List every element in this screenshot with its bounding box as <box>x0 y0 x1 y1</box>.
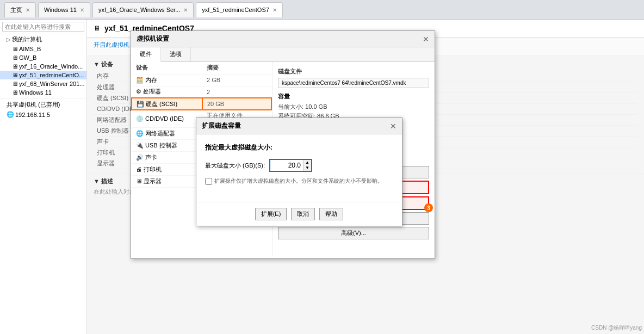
sidebar-item-label: 我的计算机 <box>12 35 42 44</box>
dialog-close-button[interactable]: ✕ <box>423 35 429 44</box>
sidebar-item-yxf68[interactable]: 🖥 yxf_68_WinServer 201... <box>0 79 86 88</box>
summary-cell: 2 <box>202 86 271 98</box>
device-cell: 💿 CD/DVD (IDE) <box>132 110 202 128</box>
max-size-input[interactable]: 20.0 <box>270 160 303 170</box>
sidebar-item-label: Windows 11 <box>19 89 52 96</box>
device-cell: 🖥 显示器 <box>132 176 202 188</box>
vm-icon-header: 🖥 <box>94 24 100 32</box>
vm-icon: 🖥 <box>12 72 18 78</box>
sidebar-item-gw[interactable]: 🖥 GW_B <box>0 53 86 62</box>
sidebar-item-label: 共享虚拟机 (已弃用) <box>7 101 60 109</box>
dialog-tab-bar: 硬件 选项 <box>131 47 435 62</box>
sidebar-item-label: yxf_51_redmineCentO... <box>19 72 84 78</box>
device-cell: 🔌 USB 控制器 <box>132 140 202 152</box>
tab-home[interactable]: 主页 ✕ <box>4 2 36 17</box>
main-content: 🖥 yxf_51_redmineCentOS7 开启此虚拟机 编辑虚拟机设置 升… <box>87 20 644 334</box>
dialog-title: 虚拟机设置 <box>137 34 169 44</box>
sidebar-item-label: yxf_68_WinServer 201... <box>19 81 84 87</box>
expand-note: 扩展操作仅扩增大虚拟磁盘的大小。分区和文件系统的大小不受影响。 <box>205 177 393 185</box>
max-size-label: 最大磁盘大小 (GB)(S): <box>205 162 265 170</box>
sidebar-search-container <box>0 20 86 34</box>
vm-icon: 🖥 <box>12 63 18 70</box>
tab-home-label: 主页 <box>10 6 22 14</box>
expand-note-text: 扩展操作仅扩增大虚拟磁盘的大小。分区和文件系统的大小不受影响。 <box>214 177 383 185</box>
col-device: 设备 <box>132 62 202 74</box>
expand-footer: 扩展(E) 取消 帮助 <box>196 202 402 226</box>
tab-win11-close[interactable]: ✕ <box>80 7 84 13</box>
sidebar-item-yxf16[interactable]: 🖥 yxf_16_Oracle_Windo... <box>0 62 86 71</box>
search-input[interactable] <box>2 22 84 32</box>
expand-dialog-title-bar: 扩展磁盘容量 ✕ <box>196 118 402 134</box>
tab-win11-label: Windows 11 <box>44 7 77 13</box>
vm-settings-title-bar: 虚拟机设置 ✕ <box>131 31 435 47</box>
expand-instruction: 指定最大虚拟磁盘大小: <box>205 143 393 152</box>
expand-dialog-title: 扩展磁盘容量 <box>202 121 241 131</box>
col-summary: 摘要 <box>202 62 271 74</box>
tab-oracle-label: yxf_16_Oracle_Windows Ser... <box>98 7 180 13</box>
expand-disk-dialog: 扩展磁盘容量 ✕ 指定最大虚拟磁盘大小: 最大磁盘大小 (GB)(S): 20.… <box>196 117 403 226</box>
table-row[interactable]: ⚙ 处理器2 <box>132 86 271 98</box>
device-cell: 💾 硬盘 (SCSI) <box>132 98 202 110</box>
max-size-row: 最大磁盘大小 (GB)(S): 20.0 ▲ ▼ <box>205 159 393 172</box>
summary-cell: 20 GB <box>202 98 271 110</box>
sidebar-item-aims[interactable]: 🖥 AIMS_B <box>0 45 86 53</box>
help-button[interactable]: 帮助 <box>319 208 343 220</box>
settings-table-header: 设备 摘要 <box>132 62 271 74</box>
device-cell: 🖨 打印机 <box>132 164 202 176</box>
sidebar-item-label: yxf_16_Oracle_Windo... <box>19 63 83 70</box>
cancel-button[interactable]: 取消 <box>291 208 315 220</box>
device-cell: 🔊 声卡 <box>132 152 202 164</box>
tree-expand-icon: ▷ <box>7 36 11 42</box>
vm-icon: 🖥 <box>12 81 18 87</box>
max-size-input-wrap: 20.0 ▲ ▼ <box>269 159 312 172</box>
sidebar-item-yxf51[interactable]: 🖥 yxf_51_redmineCentO... <box>0 71 86 79</box>
current-size: 当前大小: 10.0 GB <box>278 103 429 111</box>
capacity-title: 容量 <box>278 92 429 101</box>
table-row-disk[interactable]: 💾 硬盘 (SCSI)20 GB <box>132 98 271 110</box>
tab-oracle[interactable]: yxf_16_Oracle_Windows Ser... ✕ <box>92 2 194 17</box>
spin-down-button[interactable]: ▼ <box>304 165 311 171</box>
vm-icon: 🖥 <box>12 46 18 52</box>
sidebar-item-shared[interactable]: 共享虚拟机 (已弃用) <box>0 100 86 110</box>
disk-file-path: kspace\redmineCentos7 64\redmineCentOS7.… <box>278 78 429 88</box>
summary-cell: 2 GB <box>202 74 271 86</box>
tab-win11[interactable]: Windows 11 ✕ <box>38 2 90 17</box>
disk-file-label: 磁盘文件 <box>278 67 429 76</box>
device-cell: ⚙ 处理器 <box>132 86 202 98</box>
device-cell: 🧮 内存 <box>132 74 202 86</box>
browser-chrome: 主页 ✕ Windows 11 ✕ yxf_16_Oracle_Windows … <box>0 0 644 20</box>
tab-redmine[interactable]: yxf_51_redmineCentOS7 ✕ <box>196 2 283 17</box>
tab-options[interactable]: 选项 <box>161 47 191 61</box>
device-cell: 🌐 网络适配器 <box>132 128 202 140</box>
advanced-button[interactable]: 高级(V)... <box>278 227 429 239</box>
tab-bar: 主页 ✕ Windows 11 ✕ yxf_16_Oracle_Windows … <box>0 0 644 20</box>
tab-redmine-close[interactable]: ✕ <box>273 7 277 13</box>
network-icon: 🌐 <box>7 111 14 118</box>
sidebar-item-label: GW_B <box>19 54 36 61</box>
expand-confirm-button[interactable]: 扩展(E) <box>255 208 287 220</box>
spin-buttons: ▲ ▼ <box>303 160 311 171</box>
sidebar-item-my-computer[interactable]: ▷ 我的计算机 <box>0 34 86 45</box>
vm-icon: 🖥 <box>12 89 18 96</box>
sidebar-item-label: AIMS_B <box>19 46 41 52</box>
expand-dialog-body: 指定最大虚拟磁盘大小: 最大磁盘大小 (GB)(S): 20.0 ▲ ▼ 扩展操… <box>196 134 402 194</box>
start-vm-link[interactable]: 开启此虚拟机 <box>94 41 129 52</box>
tab-redmine-label: yxf_51_redmineCentOS7 <box>202 7 269 13</box>
badge-3: 3 <box>424 203 433 212</box>
main-layout: ▷ 我的计算机 🖥 AIMS_B 🖥 GW_B 🖥 yxf_16_Oracle_… <box>0 20 644 334</box>
sidebar: ▷ 我的计算机 🖥 AIMS_B 🖥 GW_B 🖥 yxf_16_Oracle_… <box>0 20 87 334</box>
watermark: CSDN @杨咩咩yang <box>591 324 642 332</box>
sidebar-item-network[interactable]: 🌐 192.168.11.5 <box>0 110 86 119</box>
vm-icon: 🖥 <box>12 54 18 61</box>
spin-up-button[interactable]: ▲ <box>304 160 311 165</box>
tab-home-close[interactable]: ✕ <box>26 7 30 13</box>
tab-oracle-close[interactable]: ✕ <box>183 7 188 13</box>
expand-dialog-close[interactable]: ✕ <box>390 122 397 131</box>
sidebar-item-label: 192.168.11.5 <box>15 112 50 118</box>
expand-note-checkbox[interactable] <box>205 178 212 185</box>
tab-hardware[interactable]: 硬件 <box>131 47 161 62</box>
sidebar-item-win11[interactable]: 🖥 Windows 11 <box>0 88 86 97</box>
table-row[interactable]: 🧮 内存2 GB <box>132 74 271 86</box>
